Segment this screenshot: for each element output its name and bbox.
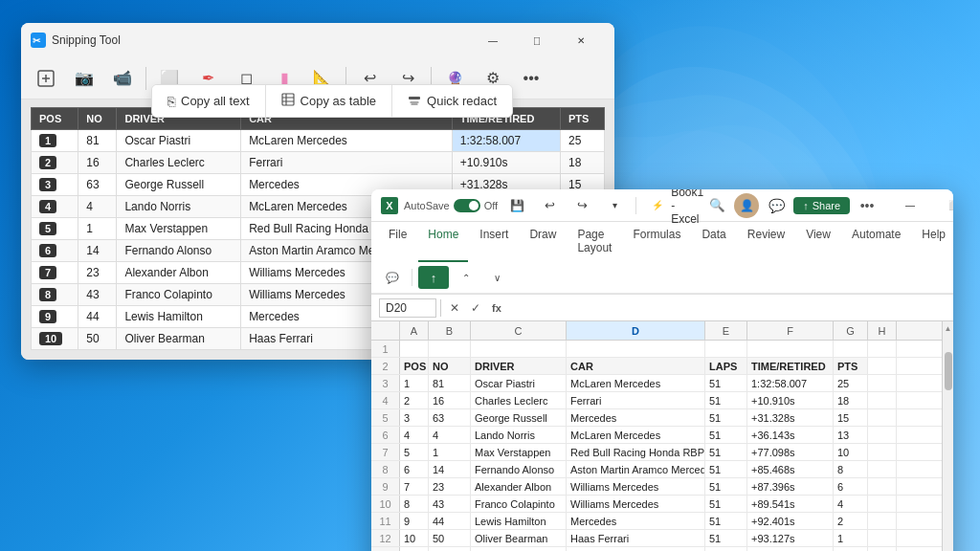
cell-7-1[interactable]: 1	[429, 444, 471, 460]
ribbon-tab-draw[interactable]: Draw	[520, 222, 566, 262]
ribbon-expand[interactable]: ⌃	[453, 266, 479, 289]
cell-12-6[interactable]: 1	[834, 530, 868, 546]
cell-12-0[interactable]: 10	[400, 530, 429, 546]
cell-6-1[interactable]: 4	[429, 427, 471, 443]
share-button[interactable]: ↑ Share	[793, 197, 850, 214]
cell-3-7[interactable]	[868, 375, 897, 391]
cell-5-0[interactable]: 3	[400, 409, 429, 426]
cell-a1[interactable]	[400, 341, 429, 357]
maximize-button[interactable]: ⎕	[515, 27, 559, 54]
cell-9-6[interactable]: 6	[834, 478, 868, 495]
vertical-scrollbar[interactable]: ▲ ▼	[942, 321, 953, 551]
ribbon-tab-help[interactable]: Help	[912, 222, 953, 262]
cell-10-6[interactable]: 4	[834, 496, 868, 512]
excel-minimize-button[interactable]: —	[888, 192, 932, 219]
cell-9-5[interactable]: +87.396s	[747, 478, 834, 495]
cell-5-6[interactable]: 15	[834, 409, 868, 426]
green-share-btn[interactable]: ↑	[418, 266, 449, 289]
formula-input[interactable]	[510, 299, 946, 317]
cell-7-2[interactable]: Max Verstappen	[471, 444, 567, 460]
cell-10-7[interactable]	[868, 496, 897, 512]
user-avatar[interactable]: 👤	[734, 193, 759, 218]
cell-7-3[interactable]: Red Bull Racing Honda RBPT	[567, 444, 705, 460]
cell-6-0[interactable]: 4	[400, 427, 429, 443]
cell-6-2[interactable]: Lando Norris	[471, 427, 567, 443]
cell-9-4[interactable]: 51	[705, 478, 747, 495]
cell-11-0[interactable]: 9	[400, 513, 429, 529]
undo-icon[interactable]: ↩	[536, 194, 563, 217]
col-header-f[interactable]: F	[747, 321, 834, 340]
cell-5-2[interactable]: George Russell	[471, 409, 567, 426]
auto-icon[interactable]: ⚡	[644, 194, 671, 217]
header-cell-6[interactable]: PTS	[834, 358, 868, 374]
cell-8-0[interactable]: 6	[400, 461, 429, 477]
cell-11-2[interactable]: Lewis Hamilton	[471, 513, 567, 529]
copy-all-text-button[interactable]: ⎘ Copy all text	[152, 85, 266, 117]
cell-8-3[interactable]: Aston Martin Aramco Mercedes	[567, 461, 705, 477]
quick-redact-button[interactable]: Quick redact	[392, 85, 512, 117]
header-cell-5[interactable]: TIME/RETIRED	[747, 358, 834, 374]
scroll-thumb[interactable]	[945, 352, 952, 390]
cell-10-3[interactable]: Williams Mercedes	[567, 496, 705, 512]
cell-11-4[interactable]: 51	[705, 513, 747, 529]
cell-4-6[interactable]: 18	[834, 392, 868, 408]
col-header-a[interactable]: A	[400, 321, 429, 340]
cell-6-5[interactable]: +36.143s	[747, 427, 834, 443]
cell-4-4[interactable]: 51	[705, 392, 747, 408]
cell-12-1[interactable]: 50	[429, 530, 471, 546]
ribbon-tab-data[interactable]: Data	[692, 222, 735, 262]
cell-7-4[interactable]: 51	[705, 444, 747, 460]
cell-9-3[interactable]: Williams Mercedes	[567, 478, 705, 495]
cell-e1[interactable]	[705, 341, 747, 357]
confirm-formula-icon[interactable]: ✓	[466, 298, 485, 318]
cell-8-2[interactable]: Fernando Alonso	[471, 461, 567, 477]
header-cell-2[interactable]: DRIVER	[471, 358, 567, 374]
cell-6-6[interactable]: 13	[834, 427, 868, 443]
cell-8-1[interactable]: 14	[429, 461, 471, 477]
cell-3-1[interactable]: 81	[429, 375, 471, 391]
excel-maximize-button[interactable]: ⬜	[932, 192, 953, 219]
video-button[interactable]: 📹	[105, 63, 140, 94]
col-header-e[interactable]: E	[705, 321, 747, 340]
cell-12-2[interactable]: Oliver Bearman	[471, 530, 567, 546]
ribbon-more[interactable]: ∨	[483, 266, 510, 289]
cell-3-3[interactable]: McLaren Mercedes	[567, 375, 705, 391]
cell-g1[interactable]	[834, 341, 868, 357]
cell-4-0[interactable]: 2	[400, 392, 429, 408]
cell-5-7[interactable]	[868, 409, 897, 426]
cell-10-0[interactable]: 8	[400, 496, 429, 512]
customize-icon[interactable]: ▾	[601, 194, 628, 217]
cell-12-5[interactable]: +93.127s	[747, 530, 834, 546]
cell-11-5[interactable]: +92.401s	[747, 513, 834, 529]
cell-8-7[interactable]	[868, 461, 897, 477]
cell-3-5[interactable]: 1:32:58.007	[747, 375, 834, 391]
cell-7-5[interactable]: +77.098s	[747, 444, 834, 460]
cell-6-3[interactable]: McLaren Mercedes	[567, 427, 705, 443]
cell-4-3[interactable]: Ferrari	[567, 392, 705, 408]
header-cell-0[interactable]: POS	[400, 358, 429, 374]
scroll-up-arrow[interactable]: ▲	[945, 323, 952, 333]
autosave-toggle[interactable]	[454, 199, 480, 212]
ribbon-tab-page-layout[interactable]: Page Layout	[568, 222, 621, 262]
more-button[interactable]: •••	[514, 63, 548, 94]
ribbon-action-1[interactable]: 💬	[379, 266, 406, 289]
col-header-b[interactable]: B	[429, 321, 471, 340]
cell-9-7[interactable]	[868, 478, 897, 495]
cell-8-5[interactable]: +85.468s	[747, 461, 834, 477]
cell-7-6[interactable]: 10	[834, 444, 868, 460]
col-header-h[interactable]: H	[868, 321, 897, 340]
redo-icon[interactable]: ↪	[568, 194, 595, 217]
cell-b1[interactable]	[429, 341, 471, 357]
ribbon-tab-formulas[interactable]: Formulas	[623, 222, 690, 262]
ribbon-tab-file[interactable]: File	[379, 222, 416, 262]
cell-5-4[interactable]: 51	[705, 409, 747, 426]
header-cell-4[interactable]: LAPS	[705, 358, 747, 374]
cell-5-5[interactable]: +31.328s	[747, 409, 834, 426]
cell-12-7[interactable]	[868, 530, 897, 546]
cell-3-6[interactable]: 25	[834, 375, 868, 391]
close-button[interactable]: ✕	[559, 27, 603, 54]
cell-11-7[interactable]	[868, 513, 897, 529]
col-header-c[interactable]: C	[471, 321, 567, 340]
camera-button[interactable]: 📷	[67, 63, 101, 94]
ribbon-tab-home[interactable]: Home	[418, 222, 468, 262]
